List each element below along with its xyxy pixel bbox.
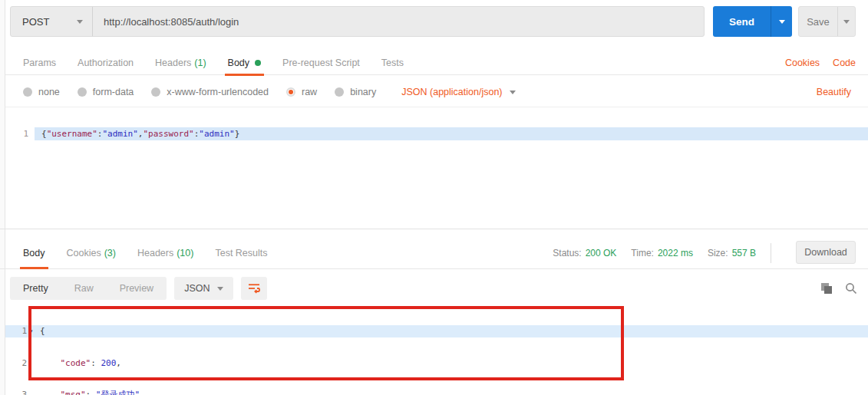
- request-url-bar: POST http://localhost:8085/auth/login Se…: [10, 6, 856, 37]
- size-badge: Size: 557 B: [708, 248, 756, 258]
- cookies-count-badge: (3): [104, 248, 116, 258]
- radio-raw[interactable]: raw: [286, 87, 317, 97]
- radio-icon: [78, 87, 87, 97]
- response-tabs: Body Cookies (3) Headers (10) Test Resul…: [12, 237, 279, 268]
- line-number: 2: [5, 357, 27, 370]
- request-body-line: {"username":"admin","password":"admin"}: [35, 127, 868, 140]
- divider: [771, 243, 771, 263]
- response-toolbar: Pretty Raw Preview JSON: [10, 276, 267, 301]
- body-modified-dot: [255, 60, 261, 66]
- postman-window: POST http://localhost:8085/auth/login Se…: [0, 0, 868, 395]
- view-pretty[interactable]: Pretty: [10, 277, 61, 300]
- divider: [0, 229, 868, 229]
- tab-authorization[interactable]: Authorization: [67, 51, 144, 75]
- save-label: Save: [799, 7, 837, 36]
- save-options-button[interactable]: [837, 7, 855, 36]
- tab-tests[interactable]: Tests: [371, 51, 414, 75]
- chevron-down-icon: [779, 20, 785, 24]
- divider: [0, 268, 868, 269]
- radio-binary[interactable]: binary: [335, 87, 376, 97]
- search-icon[interactable]: [845, 282, 857, 295]
- red-annotation-rectangle: [28, 306, 624, 380]
- line-number: 1: [5, 325, 27, 337]
- response-line: "msg": "登录成功",: [36, 389, 868, 395]
- chevron-down-icon: [77, 20, 83, 24]
- tab-response-body[interactable]: Body: [12, 237, 56, 268]
- view-preview[interactable]: Preview: [107, 277, 167, 300]
- copy-icon[interactable]: [820, 282, 833, 295]
- radio-icon: [23, 87, 32, 97]
- tab-prerequest-script[interactable]: Pre-request Script: [272, 51, 371, 75]
- url-input[interactable]: http://localhost:8085/auth/login: [93, 7, 704, 36]
- fold-caret-icon[interactable]: ▾: [27, 325, 36, 337]
- response-line: "code": 200,: [36, 357, 868, 370]
- beautify-link[interactable]: Beautify: [817, 87, 851, 97]
- tab-body[interactable]: Body: [217, 51, 272, 75]
- time-badge: Time: 2022 ms: [631, 248, 693, 258]
- response-headers-count-badge: (10): [177, 248, 193, 258]
- chevron-down-icon: [217, 287, 223, 291]
- response-view-switcher: Pretty Raw Preview: [10, 277, 167, 300]
- content-type-select[interactable]: JSON (application/json): [401, 87, 515, 97]
- view-raw[interactable]: Raw: [61, 277, 107, 300]
- method-select[interactable]: POST: [11, 7, 93, 36]
- url-value: http://localhost:8085/auth/login: [104, 16, 239, 28]
- response-status-group: Status: 200 OK Time: 2022 ms Size: 557 B: [553, 237, 771, 268]
- radio-selected-icon: [286, 87, 295, 97]
- method-url-group: POST http://localhost:8085/auth/login: [10, 6, 705, 37]
- cookies-link[interactable]: Cookies: [785, 58, 820, 68]
- radio-none[interactable]: none: [23, 87, 60, 97]
- response-format-select[interactable]: JSON: [174, 277, 233, 300]
- send-options-button[interactable]: [771, 6, 792, 37]
- send-label: Send: [713, 6, 771, 37]
- tab-response-headers[interactable]: Headers (10): [127, 237, 204, 268]
- download-button[interactable]: Download: [796, 241, 856, 264]
- tab-headers[interactable]: Headers (1): [144, 51, 217, 75]
- request-body-editor[interactable]: 1 {"username":"admin","password":"admin"…: [5, 107, 868, 228]
- method-value: POST: [22, 16, 49, 28]
- radio-icon: [335, 87, 344, 97]
- radio-form-data[interactable]: form-data: [78, 87, 134, 97]
- status-badge: Status: 200 OK: [553, 248, 616, 258]
- radio-icon: [151, 87, 160, 97]
- line-number: 1: [5, 127, 35, 140]
- response-body-editor[interactable]: 1 ▾ { 2 "code": 200, 3 "msg": "登录成功", 4 …: [5, 305, 868, 395]
- gutter-spacer: [27, 389, 36, 395]
- tab-params[interactable]: Params: [12, 51, 67, 75]
- beautify-row: Beautify: [817, 80, 851, 104]
- body-type-options: none form-data x-www-form-urlencoded raw…: [23, 80, 516, 104]
- save-button[interactable]: Save: [798, 6, 856, 37]
- line-number: 3: [5, 389, 27, 395]
- code-link[interactable]: Code: [833, 58, 856, 68]
- response-actions: [820, 276, 857, 301]
- chevron-down-icon: [510, 91, 516, 94]
- word-wrap-icon: [248, 282, 261, 295]
- request-tabs: Params Authorization Headers (1) Body Pr…: [12, 51, 414, 75]
- headers-count-badge: (1): [194, 58, 206, 68]
- sidebar-edge: [0, 0, 5, 395]
- response-line: {: [36, 325, 868, 337]
- tab-test-results[interactable]: Test Results: [204, 237, 278, 268]
- gutter-spacer: [27, 357, 36, 370]
- send-button[interactable]: Send: [713, 6, 792, 37]
- wrap-lines-button[interactable]: [241, 277, 267, 300]
- chevron-down-icon: [843, 20, 850, 24]
- tab-response-cookies[interactable]: Cookies (3): [56, 237, 127, 268]
- radio-x-www-form-urlencoded[interactable]: x-www-form-urlencoded: [151, 87, 269, 97]
- request-links: Cookies Code: [785, 51, 856, 75]
